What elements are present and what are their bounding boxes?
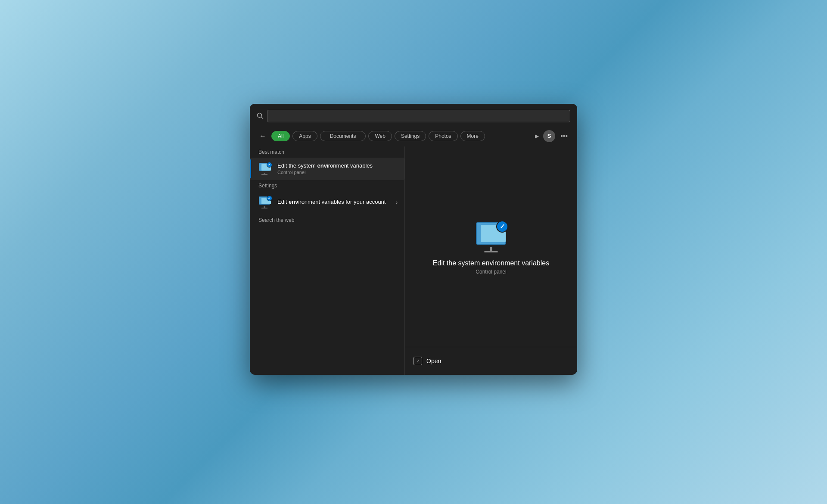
content-area: Best match ✓ Edit the system environment	[250, 146, 577, 375]
best-match-label: Best match	[250, 146, 404, 158]
detail-subtitle: Control panel	[476, 269, 506, 275]
settings-label: Settings	[250, 180, 404, 191]
detail-title: Edit the system environment variables	[433, 259, 549, 267]
filter-documents[interactable]: Documents	[320, 131, 366, 141]
best-match-subtitle: Control panel	[277, 170, 398, 175]
filter-all[interactable]: All	[271, 131, 290, 141]
filter-more[interactable]: More	[460, 131, 485, 141]
filter-row: ← All Apps Documents Web Settings Photos…	[250, 128, 577, 146]
open-button[interactable]: Open	[414, 354, 441, 368]
best-match-text: Edit the system environment variables Co…	[277, 162, 398, 175]
search-bar: env	[250, 104, 577, 128]
open-label: Open	[426, 358, 441, 364]
right-panel: ✓ Edit the system environment variables …	[405, 146, 577, 375]
svg-line-1	[261, 117, 263, 119]
settings-title-post: ironment variables for your account	[298, 199, 386, 205]
result-icon: ✓	[257, 161, 272, 177]
more-options-button[interactable]: •••	[558, 131, 570, 142]
best-match-item[interactable]: ✓ Edit the system environment variables …	[250, 158, 404, 180]
filter-web[interactable]: Web	[368, 131, 392, 141]
filter-apps[interactable]: Apps	[292, 131, 317, 141]
title-highlight: env	[317, 162, 326, 169]
web-search-label: Search the web	[250, 214, 404, 227]
best-match-title: Edit the system environment variables	[277, 162, 398, 170]
filter-photos[interactable]: Photos	[429, 131, 457, 141]
open-icon	[414, 357, 422, 365]
detail-icon-large: ✓	[474, 222, 508, 252]
title-pre: Edit the system	[277, 162, 317, 169]
chevron-right-icon: ›	[396, 199, 398, 205]
user-avatar[interactable]: S	[543, 130, 555, 142]
search-icon	[257, 112, 264, 119]
settings-title-highlight: env	[289, 199, 298, 205]
settings-item[interactable]: ✓ Edit environment variables for your ac…	[250, 191, 404, 214]
search-window: env ← All Apps Documents Web Settings Ph…	[250, 104, 577, 375]
title-post: ironment variables	[327, 162, 373, 169]
back-button[interactable]: ←	[257, 131, 269, 142]
filter-scroll-right[interactable]: ▶	[533, 131, 541, 141]
detail-top: ✓ Edit the system environment variables …	[405, 146, 577, 347]
settings-icon: ✓	[257, 195, 272, 210]
detail-actions: Open	[405, 347, 577, 375]
settings-item-title: Edit environment variables for your acco…	[277, 199, 391, 206]
search-input[interactable]: env	[267, 110, 570, 122]
settings-title-pre: Edit	[277, 199, 289, 205]
settings-item-text: Edit environment variables for your acco…	[277, 199, 391, 206]
filter-settings[interactable]: Settings	[395, 131, 426, 141]
left-panel: Best match ✓ Edit the system environment	[250, 146, 405, 375]
